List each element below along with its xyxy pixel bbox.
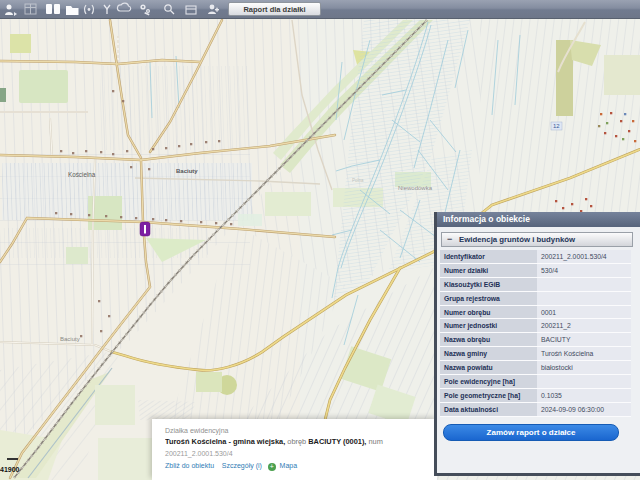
svg-text:Baciuty: Baciuty xyxy=(60,336,80,342)
svg-text:Polna: Polna xyxy=(352,178,364,183)
svg-text:12: 12 xyxy=(553,123,560,129)
svg-text:Kościelna: Kościelna xyxy=(68,171,96,178)
svg-text:Niewodówka: Niewodówka xyxy=(398,185,433,191)
svg-text:Baciuty: Baciuty xyxy=(176,168,198,174)
